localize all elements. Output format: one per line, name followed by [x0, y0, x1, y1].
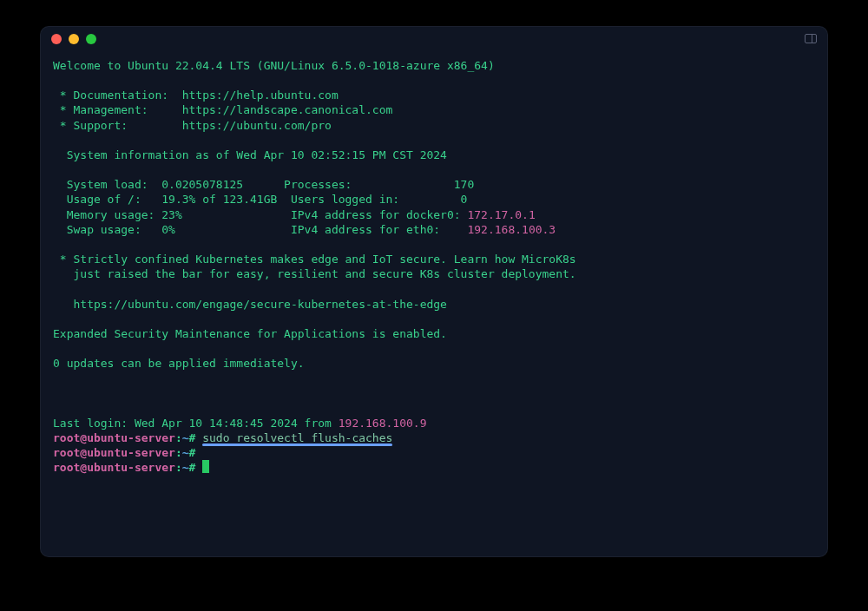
motd-doc: * Documentation: https://help.ubuntu.com [53, 89, 339, 102]
motd-welcome: Welcome to Ubuntu 22.04.4 LTS (GNU/Linux… [53, 59, 495, 72]
minimize-icon[interactable] [69, 34, 79, 44]
prompt3-at: @ [80, 461, 87, 474]
prompt1-path: ~ [182, 431, 189, 444]
maximize-icon[interactable] [86, 34, 96, 44]
esm-line: Expanded Security Maintenance for Applic… [53, 327, 447, 340]
terminal-body[interactable]: Welcome to Ubuntu 22.04.4 LTS (GNU/Linux… [41, 51, 827, 556]
prompt1-colon: : [175, 431, 182, 444]
split-panes-icon[interactable] [805, 34, 817, 43]
eth0-ip: 192.168.100.3 [467, 223, 556, 236]
sysinfo-heading: System information as of Wed Apr 10 02:5… [53, 148, 447, 161]
close-icon[interactable] [51, 34, 62, 44]
prompt3-hash: # [189, 461, 203, 474]
terminal-window: Welcome to Ubuntu 22.04.4 LTS (GNU/Linux… [40, 26, 828, 557]
lastlogin-prefix: Last login: Wed Apr 10 14:48:45 2024 fro… [53, 417, 339, 430]
prompt2-at: @ [80, 446, 87, 459]
docker0-ip: 172.17.0.1 [467, 208, 535, 221]
prompt3-path: ~ [182, 461, 189, 474]
prompt2-colon: : [175, 446, 182, 459]
k8s-line2: just raised the bar for easy, resilient … [53, 267, 576, 280]
sysinfo-row3: Memory usage: 23% IPv4 address for docke… [53, 208, 467, 221]
updates-line: 0 updates can be applied immediately. [53, 357, 305, 370]
sysinfo-row4: Swap usage: 0% IPv4 address for eth0: [53, 223, 467, 236]
prompt2-host: ubuntu-server [87, 446, 175, 459]
k8s-url: https://ubuntu.com/engage/secure-kuberne… [53, 298, 447, 311]
prompt1-user: root [53, 431, 80, 444]
prompt1-host: ubuntu-server [87, 431, 175, 444]
motd-sup: * Support: https://ubuntu.com/pro [53, 119, 332, 132]
prompt2-path: ~ [182, 446, 189, 459]
title-bar [41, 27, 827, 51]
prompt2-hash: # [189, 446, 203, 459]
prompt1-at: @ [80, 431, 87, 444]
traffic-lights [51, 34, 96, 44]
motd-mgmt: * Management: https://landscape.canonica… [53, 103, 392, 116]
k8s-line1: * Strictly confined Kubernetes makes edg… [53, 253, 576, 266]
sysinfo-row2: Usage of /: 19.3% of 123.41GB Users logg… [53, 193, 467, 206]
lastlogin-ip: 192.168.100.9 [339, 417, 427, 430]
prompt3-host: ubuntu-server [87, 461, 175, 474]
prompt3-user: root [53, 461, 80, 474]
cursor [202, 460, 209, 473]
prompt3-colon: : [175, 461, 182, 474]
sysinfo-row1: System load: 0.0205078125 Processes: 170 [53, 178, 474, 191]
prompt1-hash: # [189, 431, 203, 444]
prompt2-user: root [53, 446, 80, 459]
command-text: sudo resolvectl flush-caches [202, 431, 392, 444]
